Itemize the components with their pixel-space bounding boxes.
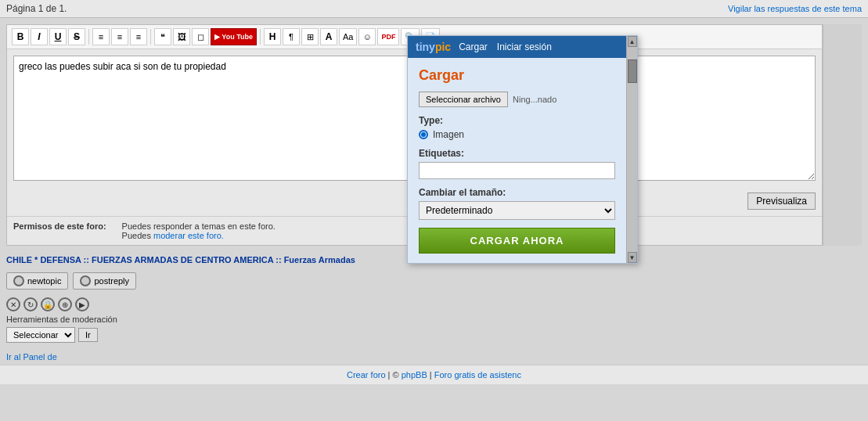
align-center-button[interactable]: ≡: [111, 28, 128, 45]
tinypic-logo-pic: pic: [435, 41, 451, 53]
tinypic-nav-login[interactable]: Iniciar sesión: [497, 41, 552, 52]
foro-gratis-link[interactable]: Foro gratis de asistenc: [434, 370, 521, 380]
type-label: Type:: [419, 115, 615, 126]
pdf-button[interactable]: PDF: [377, 28, 399, 45]
watch-link[interactable]: Vigilar las respuestas de este tema: [728, 4, 862, 13]
youtube-button[interactable]: ▶ You Tube: [211, 28, 257, 45]
code-button[interactable]: ◻: [192, 28, 209, 45]
emoji-button[interactable]: ☺: [358, 28, 376, 45]
youtube-label: You Tube: [222, 33, 253, 41]
tinypic-scrollbar: ▲ ▼: [626, 36, 637, 263]
mod-icon-move[interactable]: ⊕: [58, 297, 72, 311]
separator-2: [150, 29, 151, 45]
forum-actions: newtopic postreply: [0, 268, 868, 294]
newtopic-button[interactable]: newtopic: [6, 272, 68, 290]
tinypic-popup: tinypic Cargar Iniciar sesión ▲ ▼ Cargar…: [407, 35, 638, 264]
mod-go-button[interactable]: Ir: [78, 328, 98, 342]
quote-button[interactable]: ❝: [154, 28, 171, 45]
h-button[interactable]: H: [264, 28, 281, 45]
etiquetas-input[interactable]: [419, 162, 615, 179]
tinypic-body: Cargar Seleccionar archivo Ning...nado T…: [408, 58, 637, 263]
mod-icon-refresh[interactable]: ↻: [23, 297, 38, 311]
underline-button[interactable]: U: [49, 28, 67, 45]
code-icon: ◻: [197, 32, 204, 42]
separator-1: [88, 29, 89, 45]
postreply-button[interactable]: postreply: [73, 272, 136, 290]
phpbb-link[interactable]: phpBB: [402, 370, 427, 380]
align-right-button[interactable]: ≡: [130, 28, 147, 45]
permissions-moderate-link[interactable]: moderar este foro.: [153, 231, 224, 240]
table-icon: ⊞: [307, 32, 314, 42]
top-bar: Página 1 de 1. Vigilar las respuestas de…: [0, 0, 868, 18]
newtopic-label: newtopic: [27, 276, 61, 286]
font-size-button[interactable]: Aa: [339, 28, 357, 45]
file-select-button[interactable]: Seleccionar archivo: [419, 92, 508, 107]
tinypic-logo: tinypic: [416, 41, 451, 53]
tinypic-logo-tiny: tiny: [416, 41, 435, 53]
permissions-reply: Puedes responder a temas en este foro.: [122, 221, 276, 231]
type-row: Imagen: [419, 129, 615, 140]
breadcrumb-link[interactable]: CHILE * DEFENSA :: FUERZAS ARMADAS DE CE…: [6, 255, 355, 264]
align-right-icon: ≡: [136, 32, 141, 41]
image-icon: 🖼: [178, 32, 186, 41]
permissions-label: Permisos de este foro:: [13, 221, 106, 240]
paragraph-button[interactable]: ¶: [283, 28, 300, 45]
align-left-icon: ≡: [99, 32, 103, 41]
ir-panel-link[interactable]: Ir al Panel de: [6, 352, 57, 362]
upload-now-button[interactable]: CARGAR AHORA: [419, 228, 615, 254]
crear-foro-link[interactable]: Crear foro: [347, 370, 386, 380]
preview-button[interactable]: Previsualiza: [747, 193, 816, 210]
scroll-up-arrow[interactable]: ▲: [628, 36, 637, 47]
paragraph-icon: ¶: [289, 32, 294, 41]
image-button[interactable]: 🖼: [173, 28, 190, 45]
mod-icon-next[interactable]: ▶: [75, 297, 89, 311]
mod-select[interactable]: Seleccionar: [6, 327, 75, 343]
permissions-moderate: Puedes moderar este foro.: [122, 231, 276, 240]
align-left-button[interactable]: ≡: [92, 28, 110, 45]
bottom-links: Ir al Panel de: [0, 349, 868, 365]
file-name-display: Ning...nado: [513, 95, 556, 104]
postreply-label: postreply: [94, 276, 129, 286]
tinypic-title: Cargar: [419, 67, 615, 84]
tinypic-nav: Cargar Iniciar sesión: [459, 41, 552, 52]
type-radio-imagen[interactable]: [419, 130, 428, 139]
file-select-row: Seleccionar archivo Ning...nado: [419, 92, 615, 107]
scroll-down-arrow[interactable]: ▼: [628, 252, 637, 263]
tinypic-nav-upload[interactable]: Cargar: [459, 41, 488, 52]
bold-button[interactable]: B: [12, 28, 29, 45]
tinypic-type-section: Type: Imagen: [419, 115, 615, 140]
footer-separator-1: | ©: [388, 370, 402, 380]
permissions-moderate-text: Puedes: [122, 231, 151, 240]
tinypic-header: tinypic Cargar Iniciar sesión: [408, 36, 637, 58]
italic-button[interactable]: I: [31, 28, 48, 45]
etiquetas-label: Etiquetas:: [419, 148, 615, 159]
font-size-icon: Aa: [343, 32, 353, 41]
size-select[interactable]: Predeterminado Pequeño Mediano Grande: [419, 201, 615, 220]
mod-icon-lock[interactable]: 🔒: [41, 297, 55, 311]
permissions-details: Puedes responder a temas en este foro. P…: [122, 221, 276, 240]
strikethrough-button[interactable]: S: [68, 28, 85, 45]
quote-icon: ❝: [160, 32, 165, 42]
text-color-button[interactable]: A: [320, 28, 337, 45]
emoji-icon: ☺: [363, 32, 372, 41]
pagination-text: Página 1 de 1.: [6, 3, 67, 14]
mod-icon-x[interactable]: ✕: [6, 297, 20, 311]
tinypic-size-section: Cambiar el tamaño: Predeterminado Pequeñ…: [419, 187, 615, 220]
right-sidebar: [823, 24, 862, 246]
page-wrapper: Página 1 de 1. Vigilar las respuestas de…: [0, 0, 868, 421]
mod-tools-label: Herramientas de moderación: [6, 315, 862, 324]
size-label: Cambiar el tamaño:: [419, 187, 615, 198]
mod-tools: ✕ ↻ 🔒 ⊕ ▶ Herramientas de moderación Sel…: [0, 294, 868, 349]
footer-links: Crear foro | © phpBB | Foro gratis de as…: [0, 365, 868, 384]
table-button[interactable]: ⊞: [301, 28, 319, 45]
tinypic-file-section: Seleccionar archivo Ning...nado: [419, 92, 615, 107]
newtopic-icon: [13, 275, 24, 286]
mod-icons: ✕ ↻ 🔒 ⊕ ▶: [6, 297, 862, 311]
align-center-icon: ≡: [117, 32, 122, 41]
mod-select-area: Seleccionar Ir: [6, 327, 862, 343]
youtube-icon: ▶: [214, 33, 220, 41]
scroll-thumb[interactable]: [628, 59, 637, 83]
type-option-imagen: Imagen: [433, 129, 464, 140]
postreply-icon: [80, 275, 91, 286]
tinypic-etiquetas-section: Etiquetas:: [419, 148, 615, 179]
